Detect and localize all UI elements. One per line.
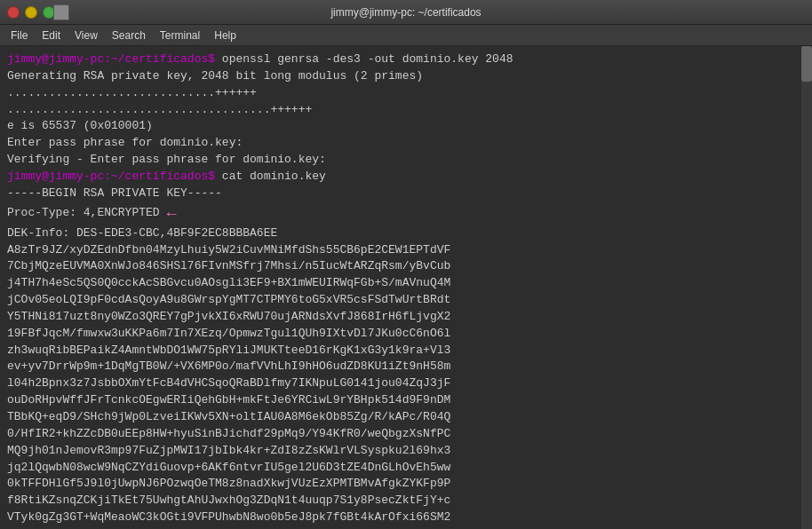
terminal-line: ev+yv7DrrWp9m+1DqMgTB0W/+VX6MP0o/mafVVhL… — [7, 359, 805, 375]
terminal-area: jimmy@jimmy-pc:~/certificados$ openssl g… — [0, 46, 812, 529]
terminal-line: VTyk0gZg3GT+WqMeaoWC3kOGti9VFPUhwbN8wo0b… — [7, 509, 805, 526]
minimize-button[interactable] — [25, 6, 37, 19]
terminal-line: ouDoRHpvWffJFrTcnkcOEgwERIiQehGbH+mkFtJe… — [7, 392, 805, 409]
terminal-line: TBbKQ+eqD9/SHch9jWp0LzveiIKWv5XN+oltIAU0… — [7, 409, 805, 426]
menu-help[interactable]: Help — [207, 28, 243, 43]
terminal-line: ..............................++++++ — [7, 85, 805, 102]
terminal-line: ......................................++… — [7, 102, 805, 119]
terminal-line: l04h2Bpnx3z7JsbbOXmYtFcB4dVHCSqoQRaBDlfm… — [7, 375, 805, 392]
terminal-line: 7CbjMQzeEUVMA0XnWJo846SHSl76FIvnMSfrj7Mh… — [7, 258, 805, 275]
terminal-icon — [53, 4, 69, 20]
menu-view[interactable]: View — [68, 28, 105, 43]
terminal-output: jimmy@jimmy-pc:~/certificados$ openssl g… — [7, 51, 805, 529]
terminal-line: -----BEGIN RSA PRIVATE KEY----- — [7, 186, 805, 202]
terminal-line: A8zTr9JZ/xyDZEdnDfbn04MzyLhuiy5W2iCuvMNi… — [7, 242, 805, 259]
terminal-line: jCOv05eoLQI9pF0cdAsQoyA9u8GWrspYgMT7CTPM… — [7, 292, 805, 309]
terminal-line: jimmy@jimmy-pc:~/certificados$ openssl g… — [7, 51, 805, 68]
menu-edit[interactable]: Edit — [35, 28, 68, 43]
terminal-line: 0kTFFDHlGf5J9l0jUwpNJ6POzwqOeTM8z8nadXkw… — [7, 476, 805, 493]
menu-search[interactable]: Search — [105, 28, 153, 43]
terminal-line: jq2lQqwbN08wcW9NqCZYdiGuovp+6AKf6ntvrIU5… — [7, 460, 805, 477]
terminal-line: e is 65537 (0x010001) — [7, 118, 805, 135]
scrollbar[interactable] — [801, 46, 812, 529]
terminal-line: Generating RSA private key, 2048 bit lon… — [7, 68, 805, 85]
arrow-indicator: ← — [167, 202, 177, 225]
menu-terminal[interactable]: Terminal — [153, 28, 207, 43]
terminal-line: 0/HfIR2+khZZcDB0uEEp8HW+hyuSinBJichdf29p… — [7, 426, 805, 443]
close-button[interactable] — [7, 6, 20, 19]
terminal-line: Enter pass phrase for dominio.key: — [7, 135, 805, 152]
menu-bar: File Edit View Search Terminal Help — [0, 25, 812, 46]
scrollbar-thumb[interactable] — [801, 46, 812, 82]
menu-file[interactable]: File — [4, 28, 35, 43]
title-bar: jimmy@jimmy-pc: ~/certificados — [0, 0, 812, 25]
terminal-line: zh3wuqRibBEPaikZ4AmntWbDO1WW75pRYliJMUKT… — [7, 343, 805, 359]
terminal-line: jimmy@jimmy-pc:~/certificados$ cat domin… — [7, 169, 805, 186]
terminal-line: Verifying - Enter pass phrase for domini… — [7, 152, 805, 169]
terminal-line: DEK-Info: DES-EDE3-CBC,4BF9F2EC8BBBA6EE — [7, 225, 805, 242]
terminal-line: 19FBfJqcM/fmwxw3uKKPa6m7In7XEzq/OpmwzTgu… — [7, 326, 805, 343]
window-controls[interactable] — [7, 6, 55, 19]
terminal-line: f8RtiKZsnqZCKjiTkEt75UwhgtAhUJwxhOg3ZDqN… — [7, 493, 805, 509]
window-title: jimmy@jimmy-pc: ~/certificados — [330, 6, 481, 19]
terminal-line: j4TH7h4eSc5QS0Q0cckAcSBGvcu0AOsgli3EF9+B… — [7, 275, 805, 292]
terminal-line: Proc-Type: 4,ENCRYPTED← — [7, 202, 805, 225]
terminal-line: MQ9jh01nJemovR3mp97FuZjpMWI17jbIbk4kr+Zd… — [7, 443, 805, 460]
terminal-line: Y5THNi817uzt8ny0WZo3QREY7gPjvkXI6xRWU70u… — [7, 309, 805, 326]
